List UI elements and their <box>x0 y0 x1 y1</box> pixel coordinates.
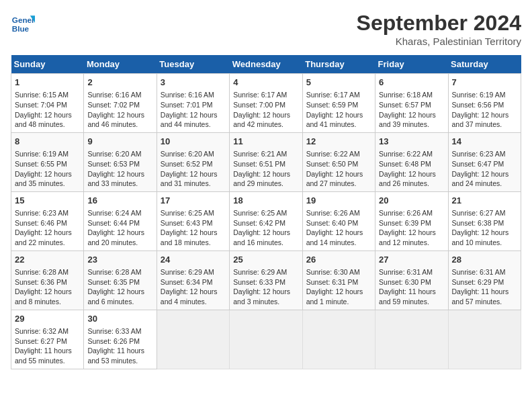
day-info-line: and 4 minutes. <box>161 297 226 307</box>
day-info-line: Daylight: 11 hours <box>452 287 517 297</box>
day-number: 2 <box>87 77 152 89</box>
calendar-cell: 18Sunrise: 6:25 AMSunset: 6:42 PMDayligh… <box>230 191 302 250</box>
day-info-line: Sunset: 6:40 PM <box>306 218 371 228</box>
calendar-cell: 17Sunrise: 6:25 AMSunset: 6:43 PMDayligh… <box>157 191 229 250</box>
day-info-line: Sunrise: 6:25 AM <box>233 208 298 218</box>
day-info-line: Sunrise: 6:29 AM <box>161 267 226 277</box>
calendar-cell <box>157 310 229 369</box>
day-info-line: and 3 minutes. <box>233 297 298 307</box>
logo: General Blue <box>11 11 35 35</box>
day-info-line: and 46 minutes. <box>87 120 152 130</box>
day-info-line: Daylight: 12 hours <box>233 169 298 179</box>
day-info-line: Sunrise: 6:22 AM <box>306 149 371 159</box>
col-header-monday: Monday <box>84 55 157 74</box>
day-info-line: Daylight: 12 hours <box>452 169 517 179</box>
week-row-2: 8Sunrise: 6:19 AMSunset: 6:55 PMDaylight… <box>11 132 521 191</box>
day-info-line: Sunset: 6:30 PM <box>379 277 444 287</box>
day-info-line: Daylight: 12 hours <box>87 287 152 297</box>
day-info-line: Daylight: 12 hours <box>161 110 226 120</box>
day-info-line: and 37 minutes. <box>452 120 517 130</box>
calendar-header-row: SundayMondayTuesdayWednesdayThursdayFrid… <box>11 55 521 74</box>
calendar-cell: 29Sunrise: 6:32 AMSunset: 6:27 PMDayligh… <box>11 310 84 369</box>
day-number: 10 <box>161 136 226 148</box>
day-info-line: Sunrise: 6:31 AM <box>379 267 444 277</box>
week-row-1: 1Sunrise: 6:15 AMSunset: 7:04 PMDaylight… <box>11 74 521 133</box>
day-info-line: Daylight: 12 hours <box>452 110 517 120</box>
day-info-line: and 8 minutes. <box>15 297 80 307</box>
day-number: 6 <box>379 77 444 89</box>
day-info-line: Sunrise: 6:33 AM <box>87 326 152 336</box>
day-info-line: Sunset: 6:46 PM <box>15 218 80 228</box>
day-info-line: Sunrise: 6:24 AM <box>87 208 152 218</box>
day-info-line: Sunrise: 6:19 AM <box>452 90 517 100</box>
day-info-line: Sunset: 6:51 PM <box>233 159 298 169</box>
day-info-line: Sunset: 6:39 PM <box>379 218 444 228</box>
calendar-cell: 2Sunrise: 6:16 AMSunset: 7:02 PMDaylight… <box>84 74 157 133</box>
day-info-line: and 42 minutes. <box>233 120 298 130</box>
location-title: Kharas, Palestinian Territory <box>357 36 521 47</box>
day-info-line: and 10 minutes. <box>452 238 517 248</box>
day-info-line: and 1 minute. <box>306 297 371 307</box>
day-info-line: Sunset: 7:01 PM <box>161 100 226 110</box>
calendar-cell: 27Sunrise: 6:31 AMSunset: 6:30 PMDayligh… <box>375 250 448 310</box>
day-info-line: Sunset: 6:26 PM <box>87 336 152 347</box>
logo-icon: General Blue <box>11 11 35 35</box>
day-info-line: Daylight: 12 hours <box>161 228 226 238</box>
day-info-line: Sunrise: 6:22 AM <box>379 149 444 159</box>
day-info-line: Sunset: 6:50 PM <box>306 159 371 169</box>
day-info-line: Daylight: 12 hours <box>161 169 226 179</box>
day-info-line: and 22 minutes. <box>15 238 80 248</box>
day-info-line: Sunset: 6:43 PM <box>161 218 226 228</box>
calendar-cell: 8Sunrise: 6:19 AMSunset: 6:55 PMDaylight… <box>11 132 84 191</box>
day-info-line: Daylight: 11 hours <box>379 287 444 297</box>
day-info-line: Daylight: 12 hours <box>15 287 80 297</box>
calendar-cell: 28Sunrise: 6:31 AMSunset: 6:29 PMDayligh… <box>448 250 521 310</box>
calendar-cell: 25Sunrise: 6:29 AMSunset: 6:33 PMDayligh… <box>230 250 302 310</box>
day-number: 28 <box>452 254 517 266</box>
col-header-thursday: Thursday <box>302 55 375 74</box>
day-info-line: Sunset: 6:47 PM <box>452 159 517 169</box>
day-number: 23 <box>87 254 152 266</box>
col-header-friday: Friday <box>375 55 448 74</box>
day-info-line: Sunset: 6:38 PM <box>452 218 517 228</box>
day-info-line: Daylight: 12 hours <box>306 110 371 120</box>
day-info-line: Sunset: 7:04 PM <box>15 100 80 110</box>
day-info-line: Sunrise: 6:18 AM <box>379 90 444 100</box>
day-info-line: Sunset: 6:59 PM <box>306 100 371 110</box>
day-info-line: Daylight: 12 hours <box>87 169 152 179</box>
day-info-line: and 18 minutes. <box>161 238 226 248</box>
calendar-cell: 6Sunrise: 6:18 AMSunset: 6:57 PMDaylight… <box>375 74 448 133</box>
calendar-cell: 20Sunrise: 6:26 AMSunset: 6:39 PMDayligh… <box>375 191 448 250</box>
day-info-line: Sunset: 6:42 PM <box>233 218 298 228</box>
day-number: 18 <box>233 195 298 207</box>
calendar-cell <box>375 310 448 369</box>
calendar-cell: 14Sunrise: 6:23 AMSunset: 6:47 PMDayligh… <box>448 132 521 191</box>
calendar-cell: 16Sunrise: 6:24 AMSunset: 6:44 PMDayligh… <box>84 191 157 250</box>
day-info-line: and 27 minutes. <box>306 179 371 189</box>
day-number: 12 <box>306 136 371 148</box>
day-info-line: Daylight: 12 hours <box>452 228 517 238</box>
day-number: 5 <box>306 77 371 89</box>
day-info-line: Sunset: 6:55 PM <box>15 159 80 169</box>
calendar-cell: 5Sunrise: 6:17 AMSunset: 6:59 PMDaylight… <box>302 74 375 133</box>
day-number: 3 <box>161 77 226 89</box>
day-number: 20 <box>379 195 444 207</box>
day-number: 14 <box>452 136 517 148</box>
day-info-line: Sunset: 7:02 PM <box>87 100 152 110</box>
day-info-line: Daylight: 12 hours <box>15 110 80 120</box>
day-number: 22 <box>15 254 80 266</box>
day-info-line: Sunrise: 6:26 AM <box>306 208 371 218</box>
day-info-line: Sunrise: 6:21 AM <box>233 149 298 159</box>
day-info-line: Sunset: 7:00 PM <box>233 100 298 110</box>
calendar-cell: 26Sunrise: 6:30 AMSunset: 6:31 PMDayligh… <box>302 250 375 310</box>
day-info-line: Daylight: 12 hours <box>306 287 371 297</box>
calendar-cell: 7Sunrise: 6:19 AMSunset: 6:56 PMDaylight… <box>448 74 521 133</box>
day-info-line: and 48 minutes. <box>15 120 80 130</box>
day-number: 9 <box>87 136 152 148</box>
day-info-line: Sunrise: 6:17 AM <box>233 90 298 100</box>
day-info-line: Sunrise: 6:31 AM <box>452 267 517 277</box>
calendar-cell: 30Sunrise: 6:33 AMSunset: 6:26 PMDayligh… <box>84 310 157 369</box>
day-info-line: Sunset: 6:29 PM <box>452 277 517 287</box>
day-info-line: Daylight: 12 hours <box>379 169 444 179</box>
day-info-line: and 53 minutes. <box>87 356 152 366</box>
